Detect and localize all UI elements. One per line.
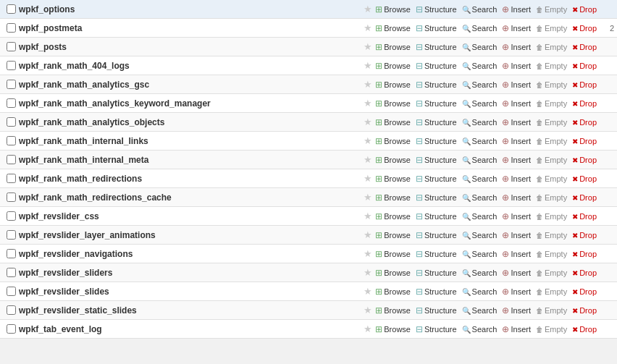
structure-button[interactable]: Structure <box>414 98 459 109</box>
insert-button[interactable]: Insert <box>500 323 533 335</box>
search-button[interactable]: Search <box>460 4 500 15</box>
favorite-star-icon[interactable]: ★ <box>364 154 372 165</box>
structure-button[interactable]: Structure <box>414 305 459 316</box>
empty-button[interactable]: Empty <box>534 267 569 279</box>
structure-button[interactable]: Structure <box>414 154 459 166</box>
empty-button[interactable]: Empty <box>534 117 569 128</box>
structure-button[interactable]: Structure <box>414 4 459 15</box>
structure-button[interactable]: Structure <box>414 248 459 260</box>
structure-button[interactable]: Structure <box>414 117 459 128</box>
drop-button[interactable]: Drop <box>570 305 599 316</box>
insert-button[interactable]: Insert <box>500 41 533 53</box>
drop-button[interactable]: Drop <box>570 4 599 15</box>
structure-button[interactable]: Structure <box>414 267 459 279</box>
drop-button[interactable]: Drop <box>570 22 599 34</box>
insert-button[interactable]: Insert <box>500 229 533 241</box>
search-button[interactable]: Search <box>460 98 500 109</box>
search-button[interactable]: Search <box>460 79 500 90</box>
browse-button[interactable]: Browse <box>373 323 413 335</box>
insert-button[interactable]: Insert <box>500 248 533 260</box>
empty-button[interactable]: Empty <box>534 22 569 34</box>
empty-button[interactable]: Empty <box>534 211 569 222</box>
insert-button[interactable]: Insert <box>500 135 533 147</box>
browse-button[interactable]: Browse <box>373 229 413 241</box>
row-checkbox[interactable] <box>7 80 16 89</box>
browse-button[interactable]: Browse <box>373 4 413 15</box>
browse-button[interactable]: Browse <box>373 79 413 90</box>
browse-button[interactable]: Browse <box>373 135 413 147</box>
empty-button[interactable]: Empty <box>534 60 569 72</box>
structure-button[interactable]: Structure <box>414 286 459 297</box>
search-button[interactable]: Search <box>460 22 500 34</box>
browse-button[interactable]: Browse <box>373 22 413 34</box>
drop-button[interactable]: Drop <box>570 267 599 279</box>
structure-button[interactable]: Structure <box>414 211 459 222</box>
empty-button[interactable]: Empty <box>534 229 569 241</box>
empty-button[interactable]: Empty <box>534 4 569 15</box>
insert-button[interactable]: Insert <box>500 60 533 72</box>
favorite-star-icon[interactable]: ★ <box>364 79 372 90</box>
row-checkbox[interactable] <box>7 4 16 14</box>
favorite-star-icon[interactable]: ★ <box>364 60 372 71</box>
row-checkbox[interactable] <box>7 23 16 33</box>
drop-button[interactable]: Drop <box>570 98 599 109</box>
row-checkbox[interactable] <box>7 98 16 108</box>
drop-button[interactable]: Drop <box>570 192 599 203</box>
browse-button[interactable]: Browse <box>373 154 413 166</box>
structure-button[interactable]: Structure <box>414 79 459 90</box>
empty-button[interactable]: Empty <box>534 286 569 297</box>
row-checkbox[interactable] <box>7 268 16 277</box>
favorite-star-icon[interactable]: ★ <box>364 286 372 297</box>
structure-button[interactable]: Structure <box>414 60 459 72</box>
structure-button[interactable]: Structure <box>414 323 459 335</box>
search-button[interactable]: Search <box>460 41 500 53</box>
search-button[interactable]: Search <box>460 323 500 335</box>
drop-button[interactable]: Drop <box>570 135 599 147</box>
insert-button[interactable]: Insert <box>500 117 533 128</box>
favorite-star-icon[interactable]: ★ <box>364 117 372 127</box>
search-button[interactable]: Search <box>460 229 500 241</box>
empty-button[interactable]: Empty <box>534 41 569 53</box>
favorite-star-icon[interactable]: ★ <box>364 192 372 203</box>
drop-button[interactable]: Drop <box>570 60 599 72</box>
browse-button[interactable]: Browse <box>373 173 413 185</box>
search-button[interactable]: Search <box>460 173 500 185</box>
drop-button[interactable]: Drop <box>570 286 599 297</box>
drop-button[interactable]: Drop <box>570 154 599 166</box>
browse-button[interactable]: Browse <box>373 60 413 72</box>
empty-button[interactable]: Empty <box>534 173 569 185</box>
structure-button[interactable]: Structure <box>414 135 459 147</box>
empty-button[interactable]: Empty <box>534 154 569 166</box>
search-button[interactable]: Search <box>460 117 500 128</box>
row-checkbox[interactable] <box>7 136 16 145</box>
empty-button[interactable]: Empty <box>534 135 569 147</box>
drop-button[interactable]: Drop <box>570 248 599 260</box>
row-checkbox[interactable] <box>7 305 16 315</box>
insert-button[interactable]: Insert <box>500 4 533 15</box>
search-button[interactable]: Search <box>460 135 500 147</box>
browse-button[interactable]: Browse <box>373 117 413 128</box>
row-checkbox[interactable] <box>7 42 16 51</box>
row-checkbox[interactable] <box>7 249 16 258</box>
browse-button[interactable]: Browse <box>373 286 413 297</box>
browse-button[interactable]: Browse <box>373 41 413 53</box>
search-button[interactable]: Search <box>460 211 500 222</box>
drop-button[interactable]: Drop <box>570 117 599 128</box>
favorite-star-icon[interactable]: ★ <box>364 135 372 146</box>
search-button[interactable]: Search <box>460 60 500 72</box>
row-checkbox[interactable] <box>7 287 16 296</box>
empty-button[interactable]: Empty <box>534 192 569 203</box>
empty-button[interactable]: Empty <box>534 98 569 109</box>
row-checkbox[interactable] <box>7 192 16 202</box>
search-button[interactable]: Search <box>460 192 500 203</box>
row-checkbox[interactable] <box>7 117 16 127</box>
favorite-star-icon[interactable]: ★ <box>364 267 372 278</box>
empty-button[interactable]: Empty <box>534 305 569 316</box>
favorite-star-icon[interactable]: ★ <box>364 41 372 52</box>
favorite-star-icon[interactable]: ★ <box>364 22 372 33</box>
row-checkbox[interactable] <box>7 155 16 164</box>
insert-button[interactable]: Insert <box>500 98 533 109</box>
empty-button[interactable]: Empty <box>534 248 569 260</box>
row-checkbox[interactable] <box>7 174 16 183</box>
favorite-star-icon[interactable]: ★ <box>364 173 372 184</box>
